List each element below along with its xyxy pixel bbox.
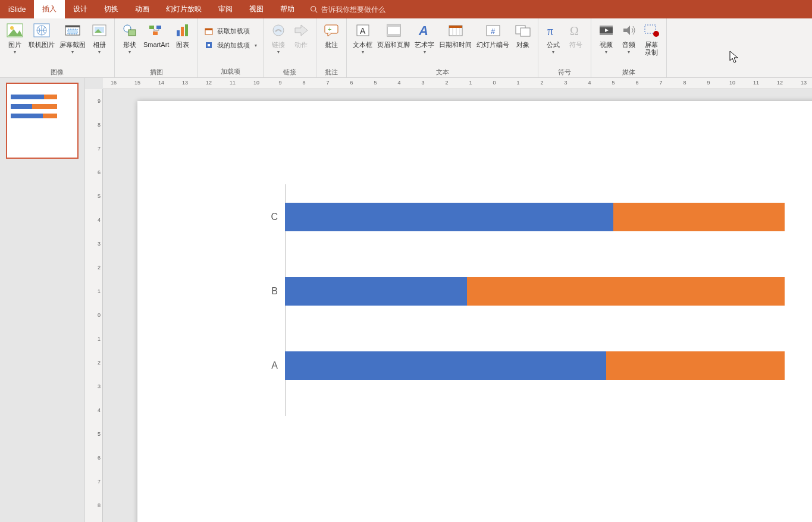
ruler-tick: 0 (98, 312, 101, 318)
object-button[interactable]: 对象 (512, 20, 534, 67)
chart-bar-row: B (269, 276, 785, 306)
chevron-down-icon: ▾ (277, 49, 280, 55)
thumbnails-panel[interactable] (0, 78, 85, 522)
chevron-down-icon: ▾ (255, 43, 257, 48)
screen-record-icon (642, 21, 660, 39)
group-label-media: 媒体 (595, 67, 663, 77)
header-footer-button[interactable]: 页眉和页脚 (375, 20, 412, 67)
ruler-tick: 12 (777, 80, 783, 86)
audio-button[interactable]: 音频 ▾ (617, 20, 640, 67)
chart-bar-row: C (269, 202, 785, 232)
svg-text:+: + (328, 26, 331, 33)
tab-design[interactable]: 设计 (65, 0, 96, 18)
group-label-comments: 批注 (320, 67, 343, 77)
online-pictures-button[interactable]: 联机图片 (26, 20, 57, 67)
textbox-button[interactable]: A 文本框 ▾ (350, 20, 375, 67)
tab-animation[interactable]: 动画 (127, 0, 158, 18)
pictures-button[interactable]: 图片 ▾ (4, 20, 26, 67)
my-addins-button[interactable]: 我的加载项 ▾ (202, 39, 259, 51)
ruler-tick: 8 (302, 80, 305, 86)
date-time-button[interactable]: 日期和时间 (437, 20, 474, 67)
ruler-tick: 11 (753, 80, 759, 86)
label: 批注 (325, 41, 338, 49)
ribbon-group-text: A 文本框 ▾ 页眉和页脚 A 艺术字 ▾ 日期和时间 # 幻灯片编号 (347, 18, 538, 77)
title-bar: iSlide 插入 设计 切换 动画 幻灯片放映 审阅 视图 帮助 (0, 0, 812, 18)
label: 屏幕 (645, 41, 658, 49)
picture-icon (6, 21, 24, 39)
chart-icon (174, 21, 192, 39)
tell-me-search[interactable] (310, 0, 452, 18)
tab-insert[interactable]: 插入 (34, 0, 65, 18)
svg-rect-46 (600, 33, 613, 35)
svg-text:π: π (547, 24, 553, 37)
chart-category-label: B (269, 286, 285, 297)
screen-recording-button[interactable]: 屏幕 录制 (640, 20, 663, 67)
get-addins-button[interactable]: 获取加载项 (202, 25, 259, 37)
video-button[interactable]: 视频 ▾ (595, 20, 617, 67)
wordart-icon: A (416, 21, 434, 39)
tab-islide[interactable]: iSlide (0, 0, 34, 18)
chart-button[interactable]: 图表 (171, 20, 194, 67)
tab-help[interactable]: 帮助 (272, 0, 303, 18)
workspace: 1615141312111098765432101234567891011121… (0, 78, 812, 522)
label: 联机图片 (29, 41, 55, 49)
svg-marker-48 (623, 26, 630, 35)
photo-album-button[interactable]: 相册 ▾ (88, 20, 111, 67)
ruler-tick: 13 (182, 80, 188, 86)
textbox-icon: A (354, 21, 372, 39)
stacked-bar-chart[interactable]: CBA (285, 184, 785, 416)
ribbon-group-symbols: π 公式 ▾ Ω 符号 符号 (538, 18, 591, 77)
ruler-tick: 1 (98, 336, 101, 342)
comment-button[interactable]: + 批注 (320, 20, 343, 67)
ribbon-group-media: 视频 ▾ 音频 ▾ 屏幕 录制 媒体 (591, 18, 667, 77)
tab-view[interactable]: 视图 (241, 0, 272, 18)
ruler-tick: 5 (374, 80, 377, 86)
tell-me-input[interactable] (321, 5, 452, 14)
ruler-tick: 15 (134, 80, 140, 86)
ruler-tick: 2 (540, 80, 543, 86)
wordart-button[interactable]: A 艺术字 ▾ (412, 20, 437, 67)
chevron-down-icon: ▾ (128, 49, 131, 55)
ruler-tick: 6 (98, 169, 101, 175)
label: 形状 (123, 41, 136, 49)
slide-thumbnail-1[interactable] (6, 83, 79, 159)
tab-transition[interactable]: 切换 (96, 0, 127, 18)
video-icon (597, 21, 615, 39)
svg-rect-13 (149, 26, 154, 29)
svg-rect-8 (68, 29, 77, 34)
label: 获取加载项 (217, 27, 250, 36)
label: 图片 (8, 41, 21, 49)
screenshot-button[interactable]: 屏幕截图 ▾ (57, 20, 88, 67)
header-footer-icon (385, 21, 403, 39)
ruler-tick: 8 (98, 122, 101, 128)
slide-number-button[interactable]: # 幻灯片编号 (474, 20, 512, 67)
mouse-cursor-icon (729, 51, 739, 64)
equation-button[interactable]: π 公式 ▾ (542, 20, 565, 67)
slide-canvas[interactable]: CBA (137, 101, 812, 522)
group-label-images: 图像 (4, 67, 111, 77)
shapes-button[interactable]: 形状 ▾ (118, 20, 141, 67)
smartart-button[interactable]: SmartArt (141, 20, 171, 67)
label: 视频 (600, 41, 613, 49)
svg-rect-41 (521, 28, 530, 36)
svg-text:Ω: Ω (570, 24, 579, 37)
ruler-tick: 7 (659, 80, 662, 86)
chart-segment (613, 203, 785, 231)
svg-rect-7 (65, 26, 80, 27)
ruler-tick: 16 (111, 80, 117, 86)
tab-review[interactable]: 审阅 (210, 0, 241, 18)
label: 文本框 (353, 41, 372, 49)
label: 符号 (569, 41, 582, 49)
audio-icon (620, 21, 638, 39)
svg-rect-14 (156, 26, 161, 29)
svg-rect-22 (208, 44, 210, 46)
slide-edit-area[interactable]: 1615141312111098765432101234567891011121… (85, 78, 812, 522)
ruler-tick: 10 (729, 80, 735, 86)
tab-slideshow[interactable]: 幻灯片放映 (158, 0, 210, 18)
shapes-icon (121, 21, 139, 39)
screenshot-icon (64, 21, 81, 39)
chevron-down-icon: ▾ (628, 49, 630, 55)
ruler-tick: 2 (445, 80, 448, 86)
online-picture-icon (33, 21, 51, 39)
ruler-tick: 3 (98, 383, 101, 389)
